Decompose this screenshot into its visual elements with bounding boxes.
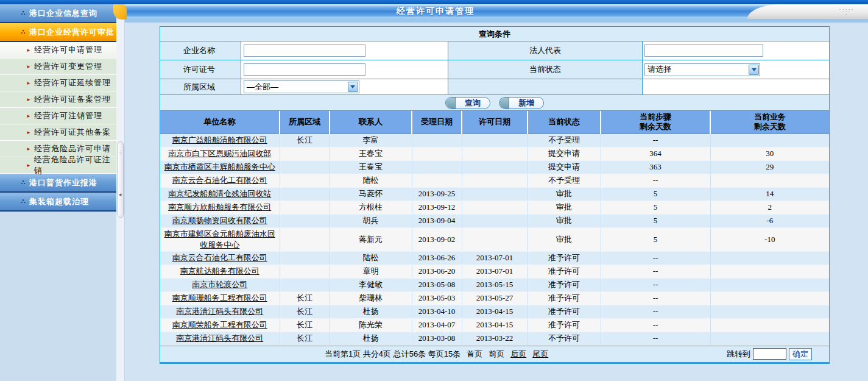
sidebar-item-2[interactable]: ∴港口企业经营许可审批 xyxy=(0,23,116,42)
cell-accept-date: 2013-09-12 xyxy=(412,201,462,214)
company-link[interactable]: 南京云合石油化工有限公司 xyxy=(172,176,267,185)
company-link[interactable]: 南京顺珊船务工程有限公司 xyxy=(172,293,267,302)
cell-company: 南京云合石油化工有限公司 xyxy=(160,174,280,187)
table-row: 南京市轮渡公司李健敏2013-05-082013-05-15准予许可-- xyxy=(160,278,829,291)
col-status: 当前状态 xyxy=(528,111,601,134)
company-link[interactable]: 南京航达船务有限公司 xyxy=(180,266,259,276)
sidebar-item-5[interactable]: ►经营许可证延续管理 xyxy=(0,75,116,91)
company-name-input[interactable] xyxy=(244,45,365,57)
company-link[interactable]: 南京顺扬物资回收有限公司 xyxy=(172,216,267,225)
company-link[interactable]: 南京纪发船舶清仓残油回收站 xyxy=(168,189,271,198)
sidebar-item-label: 经营许可证备案管理 xyxy=(34,94,111,105)
cell-accept-date: 2013-06-20 xyxy=(412,265,462,278)
current-status-select[interactable]: 请选择 xyxy=(644,63,760,76)
sidebar-item-7[interactable]: ►经营许可注销管理 xyxy=(0,108,116,124)
jump-page-input[interactable] xyxy=(753,348,786,360)
app-window: ∴港口企业信息查询∴港口企业经营许可审批►经营许可申请管理►经营许可变更管理►经… xyxy=(0,0,868,381)
cell-accept-date xyxy=(412,174,462,187)
last-page-link[interactable]: 尾页 xyxy=(532,349,548,360)
sidebar-item-1[interactable]: ∴港口企业信息查询 xyxy=(0,4,116,23)
company-link[interactable]: 南京市轮渡公司 xyxy=(192,280,247,289)
sidebar-item-11[interactable]: ∴港口普货作业报港 xyxy=(0,174,116,193)
titlebar-grip-icon[interactable]: ········· xyxy=(836,8,857,15)
next-page-link[interactable]: 后页 xyxy=(510,349,526,360)
cell-biz-days-left: 2 xyxy=(710,201,829,214)
cell-accept-date: 2013-05-08 xyxy=(412,278,462,291)
cell-step-days-left: 5 xyxy=(601,187,710,201)
sidebar-item-label: 港口普货作业报港 xyxy=(29,177,97,188)
company-link[interactable]: 南京市栖霞区丰辉船舶服务中心 xyxy=(164,162,275,171)
sidebar-item-10[interactable]: ►经营危险品许可证注销 xyxy=(0,157,116,174)
query-row: 许可证号 当前状态 请选择 xyxy=(160,60,829,79)
cell-license-date xyxy=(462,174,528,187)
menu-arrow-icon: ► xyxy=(23,163,34,168)
cell-biz-days-left xyxy=(710,305,829,318)
cell-step-days-left: 364 xyxy=(601,147,710,160)
sidebar-item-3[interactable]: ►经营许可申请管理 xyxy=(0,42,116,59)
chevron-down-icon xyxy=(348,82,358,92)
col-contact: 联系人 xyxy=(330,111,412,134)
cell-step-days-left: -- xyxy=(601,134,710,147)
cell-contact: 方根柱 xyxy=(330,201,412,214)
table-row: 南京顺珊船务工程有限公司长江柴珊林2013-05-032013-05-27准予许… xyxy=(160,291,829,305)
cell-status: 准予许可 xyxy=(528,265,601,278)
cell-license-date xyxy=(462,147,528,160)
cell-accept-date: 2013-05-03 xyxy=(412,291,462,305)
query-result-panel: 查询条件 企业名称 法人代表 许可证号 当前状态 请选择 xyxy=(160,26,830,364)
table-row: 南京市白下区恩赐污油回收部王春宝提交申请36430 xyxy=(160,147,829,160)
sidebar-item-label: 集装箱超载治理 xyxy=(29,196,89,207)
company-link[interactable]: 南京顺方欣船舶服务有限公司 xyxy=(168,202,271,212)
cell-region xyxy=(280,187,330,201)
license-no-input[interactable] xyxy=(244,63,365,76)
cell-status: 审批 xyxy=(528,187,601,201)
collapse-left-icon[interactable]: ◄ xyxy=(118,192,122,198)
cell-license-date xyxy=(462,201,528,214)
sidebar-item-label: 经营危险品许可申请 xyxy=(34,143,111,154)
query-row: 所属区域 —全部— xyxy=(160,79,829,95)
cell-company: 南京云合石油化工有限公司 xyxy=(160,251,280,265)
cell-contact: 李富 xyxy=(330,134,412,147)
cell-biz-days-left xyxy=(710,291,829,305)
col-accept-date: 受理日期 xyxy=(412,111,462,134)
sidebar-splitter[interactable]: ::: ◄ xyxy=(116,4,125,381)
confirm-button[interactable]: 确定 xyxy=(789,348,812,360)
legal-rep-input[interactable] xyxy=(644,45,763,57)
cell-region: 长江 xyxy=(280,318,330,332)
pagination-summary: 当前第1页 共分4页 总计56条 每页15条 xyxy=(325,349,460,360)
cell-company: 南京港清江码头有限公司 xyxy=(160,332,280,345)
prev-page-link[interactable]: 前页 xyxy=(489,349,504,360)
company-link[interactable]: 南京云合石油化工有限公司 xyxy=(172,253,267,262)
sidebar-item-8[interactable]: ►经营许可证其他备案 xyxy=(0,124,116,141)
splitter-thumb[interactable]: ::: xyxy=(118,141,124,218)
cell-contact: 胡兵 xyxy=(330,214,412,227)
cell-license-date: 2013-04-15 xyxy=(462,318,528,332)
company-link[interactable]: 南京市白下区恩赐污油回收部 xyxy=(168,149,271,158)
cell-status: 不予受理 xyxy=(528,134,601,147)
company-link[interactable]: 南京广益船舶清舱有限公司 xyxy=(172,135,267,144)
page-titlebar: 经营许可申请管理 ········· xyxy=(125,4,868,19)
region-select[interactable]: —全部— xyxy=(244,80,359,93)
company-link[interactable]: 南京港清江码头有限公司 xyxy=(176,333,263,343)
cell-contact: 陈光荣 xyxy=(330,318,412,332)
company-link[interactable]: 南京市建邺区金元船舶废油水回收服务中心 xyxy=(164,229,275,249)
cell-company: 南京航达船务有限公司 xyxy=(160,265,280,278)
sidebar-item-12[interactable]: ∴集装箱超载治理 xyxy=(0,193,116,212)
table-row: 南京广益船舶清舱有限公司长江李富不予受理-- xyxy=(160,134,829,147)
cell-accept-date xyxy=(412,134,462,147)
first-page-link[interactable]: 首页 xyxy=(467,349,482,360)
add-button[interactable]: 新增 xyxy=(499,97,544,109)
cell-region xyxy=(280,214,330,227)
company-link[interactable]: 南京顺荣船务工程有限公司 xyxy=(172,320,267,329)
company-link[interactable]: 南京港清江码头有限公司 xyxy=(176,307,263,316)
cell-contact: 章明 xyxy=(330,265,412,278)
sidebar-item-6[interactable]: ►经营许可证备案管理 xyxy=(0,91,116,108)
cell-license-date xyxy=(462,214,528,227)
sidebar-item-4[interactable]: ►经营许可变更管理 xyxy=(0,59,116,75)
cell-license-date xyxy=(462,134,528,147)
empty-cell xyxy=(448,79,643,94)
region-label: 所属区域 xyxy=(160,79,241,94)
cell-status: 审批 xyxy=(528,214,601,227)
cell-contact: 杜扬 xyxy=(330,332,412,345)
search-button[interactable]: 查询 xyxy=(445,97,490,109)
cell-company: 南京市栖霞区丰辉船舶服务中心 xyxy=(160,160,280,174)
